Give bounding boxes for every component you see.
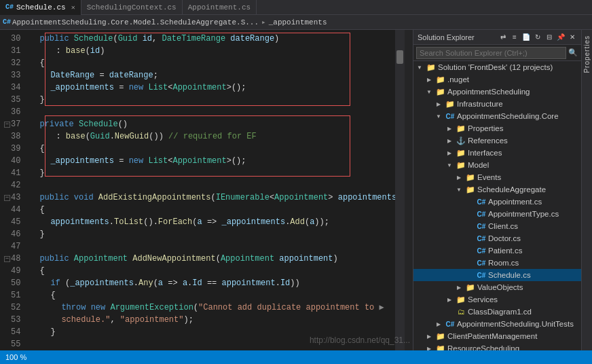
tree-item-appointmentcs[interactable]: C# Appointment.cs bbox=[413, 196, 581, 208]
tree-item-patientcs[interactable]: C# Patient.cs bbox=[413, 244, 581, 257]
tree-label-appointmentcs: Appointment.cs bbox=[488, 198, 542, 206]
close-se-icon[interactable]: ✕ bbox=[568, 33, 577, 42]
tri-model bbox=[445, 160, 454, 170]
tab-appointment[interactable]: Appointment.cs bbox=[183, 0, 257, 15]
folder-icon-properties: 📁 bbox=[456, 123, 466, 134]
tree-label-appointmenttypecs: AppointmentType.cs bbox=[488, 210, 559, 218]
tree-item-references[interactable]: ⚓ References bbox=[413, 134, 581, 147]
scrollbar-thumb[interactable] bbox=[396, 50, 403, 64]
tree-label-nuget: .nuget bbox=[447, 75, 469, 84]
minimap bbox=[405, 30, 413, 350]
pin-icon[interactable]: 📌 bbox=[556, 33, 566, 42]
tri-solution bbox=[415, 62, 424, 72]
tree-item-appointmenttypecs[interactable]: C# AppointmentType.cs bbox=[413, 208, 581, 220]
se-icon-3[interactable]: 📄 bbox=[521, 33, 531, 42]
editor-scrollbar[interactable] bbox=[395, 30, 405, 350]
tree-item-infrastructure[interactable]: 📁 Infrastructure bbox=[413, 98, 581, 110]
tree-item-resourcescheduling[interactable]: 📁 ResourceScheduling bbox=[413, 342, 581, 350]
code-line-42 bbox=[23, 179, 395, 192]
tree-label-interfaces: Interfaces bbox=[468, 149, 502, 157]
code-line-49: { bbox=[23, 265, 395, 277]
tri-scheduleaggregate bbox=[454, 185, 464, 194]
code-line-39: { bbox=[23, 143, 395, 155]
folder-icon-events: 📁 bbox=[465, 172, 476, 183]
code-editor[interactable]: public Schedule(Guid id, DateTimeRange d… bbox=[23, 30, 395, 350]
code-line-40: _appointments = new List<Appointment>(); bbox=[23, 155, 395, 167]
code-line-46: } bbox=[23, 228, 395, 240]
solution-explorer-search: 🔍 bbox=[413, 45, 581, 61]
tree-item-model[interactable]: 📁 Model bbox=[413, 159, 581, 171]
tree-item-properties[interactable]: 📁 Properties bbox=[413, 122, 581, 134]
main-content: 30 31 32 33 34 35 36 − 37 38 39 40 41 42… bbox=[0, 30, 592, 350]
cs-project-icon-core: C# bbox=[445, 111, 456, 122]
tree-item-nuget[interactable]: 📁 .nuget bbox=[413, 73, 581, 86]
tree-item-roomcs[interactable]: C# Room.cs bbox=[413, 257, 581, 269]
search-icon: 🔍 bbox=[568, 48, 578, 58]
tree-label-services: Services bbox=[468, 295, 498, 304]
tree-item-interfaces[interactable]: 📁 Interfaces bbox=[413, 147, 581, 159]
code-line-53: schedule.", "appointment"); bbox=[23, 314, 395, 326]
code-line-44: { bbox=[23, 204, 395, 216]
folder-icon-nuget: 📁 bbox=[435, 74, 446, 85]
tree-item-solution[interactable]: 📁 Solution 'FrontDesk' (12 projects) bbox=[413, 61, 581, 73]
folder-icon-model: 📁 bbox=[456, 160, 466, 170]
tri-unittests bbox=[434, 319, 443, 329]
tree-label-doctorcs: Doctor.cs bbox=[488, 234, 521, 242]
code-line-51: { bbox=[23, 289, 395, 302]
tree-item-services[interactable]: 📁 Services bbox=[413, 293, 581, 306]
tree-item-doctorcs[interactable]: C# Doctor.cs bbox=[413, 232, 581, 244]
tree-label-solution: Solution 'FrontDesk' (12 projects) bbox=[438, 63, 553, 71]
code-line-30: public Schedule(Guid id, DateTimeRange d… bbox=[23, 33, 395, 45]
se-icon-2[interactable]: ≡ bbox=[510, 33, 519, 42]
code-line-50: if (_appointments.Any(a => a.Id == appoi… bbox=[23, 277, 395, 289]
tree-item-valueobjects[interactable]: 📁 ValueObjects bbox=[413, 281, 581, 293]
line-numbers: 30 31 32 33 34 35 36 − 37 38 39 40 41 42… bbox=[0, 30, 23, 350]
se-icon-1[interactable]: ⇄ bbox=[498, 33, 508, 42]
cs-icon-doctorcs: C# bbox=[476, 233, 487, 244]
tri-events bbox=[454, 172, 464, 182]
code-line-45: appointments.ToList().ForEach(a => _appo… bbox=[23, 216, 395, 228]
tab-bar: C# Schedule.cs ✕ SchedulingContext.cs Ap… bbox=[0, 0, 592, 15]
tree-item-core[interactable]: C# AppointmentScheduling.Core bbox=[413, 110, 581, 122]
tree-label-unittests: AppointmentScheduling.UnitTests bbox=[457, 320, 574, 328]
cs-icon-clientcs: C# bbox=[476, 221, 487, 232]
tri-nuget bbox=[424, 75, 434, 84]
properties-label: Properties bbox=[583, 35, 591, 73]
tree-item-clientpatient[interactable]: 📁 ClientPatientManagement bbox=[413, 330, 581, 342]
tree-item-classdiagram[interactable]: 🗂 ClassDiagram1.cd bbox=[413, 306, 581, 318]
folder-icon-scheduleaggregate: 📁 bbox=[465, 184, 476, 195]
code-line-47 bbox=[23, 240, 395, 253]
breadcrumb-member[interactable]: _appointments bbox=[269, 18, 327, 26]
tab-schedule-icon: C# bbox=[5, 3, 14, 11]
tri-interfaces bbox=[445, 148, 454, 158]
code-line-32: { bbox=[23, 57, 395, 69]
tree-item-apptscheduling[interactable]: 📁 AppointmentScheduling bbox=[413, 86, 581, 98]
se-icon-4[interactable]: ↻ bbox=[533, 33, 542, 42]
code-line-33: DateRange = dateRange; bbox=[23, 69, 395, 81]
tab-schedule[interactable]: C# Schedule.cs ✕ bbox=[0, 0, 81, 15]
folder-icon-interfaces: 📁 bbox=[456, 147, 466, 158]
tree-label-model: Model bbox=[468, 161, 489, 169]
code-line-34: _appointments = new List<Appointment>(); bbox=[23, 81, 395, 94]
tree-label-references: References bbox=[468, 136, 508, 145]
tree-item-schedulecs[interactable]: C# Schedule.cs bbox=[413, 269, 581, 281]
tree-label-clientpatient: ClientPatientManagement bbox=[447, 332, 537, 340]
code-line-54: } bbox=[23, 326, 395, 338]
properties-panel: Properties bbox=[581, 30, 592, 350]
tab-scheduling-context[interactable]: SchedulingContext.cs bbox=[81, 0, 183, 15]
cs-icon-schedulecs: C# bbox=[476, 270, 487, 280]
breadcrumb-path[interactable]: AppointmentScheduling.Core.Model.Schedul… bbox=[12, 18, 259, 26]
folder-icon-infrastructure: 📁 bbox=[445, 98, 456, 109]
zoom-level: 100 % bbox=[5, 353, 26, 361]
tree-item-unittests[interactable]: C# AppointmentScheduling.UnitTests bbox=[413, 318, 581, 330]
cs-icon-appointmentcs: C# bbox=[476, 196, 487, 207]
tree-item-events[interactable]: 📁 Events bbox=[413, 171, 581, 183]
solution-explorer-search-input[interactable] bbox=[416, 47, 566, 59]
solution-explorer-title: Solution Explorer bbox=[418, 33, 475, 41]
solution-explorer-tree: 📁 Solution 'FrontDesk' (12 projects) 📁 .… bbox=[413, 61, 581, 350]
se-icon-5[interactable]: ⊟ bbox=[544, 33, 554, 42]
tree-item-scheduleaggregate[interactable]: 📁 ScheduleAggregate bbox=[413, 183, 581, 196]
folder-icon-resourcescheduling: 📁 bbox=[435, 343, 446, 350]
tab-schedule-close[interactable]: ✕ bbox=[71, 3, 75, 12]
tree-item-clientcs[interactable]: C# Client.cs bbox=[413, 220, 581, 232]
